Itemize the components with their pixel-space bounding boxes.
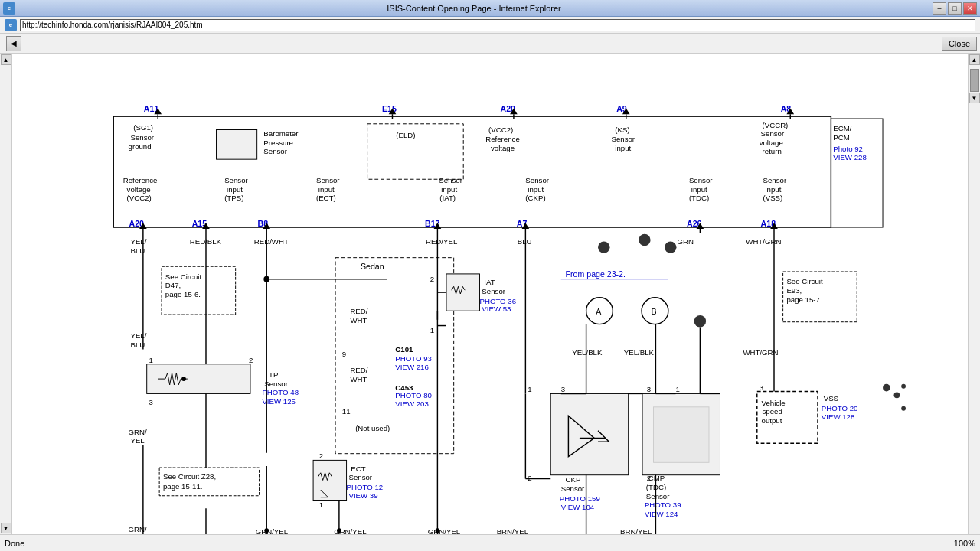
svg-text:(SG1): (SG1) <box>133 123 153 132</box>
svg-point-132 <box>263 276 270 282</box>
svg-text:(VSS): (VSS) <box>763 194 783 202</box>
svg-text:input: input <box>227 185 243 194</box>
svg-text:1: 1 <box>676 385 680 393</box>
svg-text:voltage: voltage <box>491 144 514 152</box>
svg-text:A: A <box>596 307 602 316</box>
svg-text:Vehicle: Vehicle <box>762 399 786 407</box>
svg-text:Sensor: Sensor <box>263 147 287 155</box>
address-input[interactable] <box>20 19 975 31</box>
svg-text:speed: speed <box>763 407 782 416</box>
svg-text:PCM: PCM <box>833 133 849 142</box>
svg-text:E93,: E93, <box>786 286 802 295</box>
svg-point-164 <box>694 315 706 327</box>
svg-text:(ELD): (ELD) <box>396 131 415 139</box>
right-scrollbar[interactable]: ▲ ▼ <box>968 54 980 534</box>
svg-text:WHT/GRN: WHT/GRN <box>746 237 781 246</box>
minimize-button[interactable]: – <box>933 2 946 15</box>
svg-text:VIEW 216: VIEW 216 <box>395 363 428 371</box>
svg-point-96 <box>639 234 650 246</box>
svg-text:See Circuit Z28,: See Circuit Z28, <box>163 473 216 481</box>
svg-text:(IAT): (IAT) <box>439 194 456 202</box>
svg-text:From page 23-2.: From page 23-2. <box>566 269 626 279</box>
svg-text:(TPS): (TPS) <box>224 194 243 202</box>
left-scrollbar[interactable]: ▲ ▼ <box>0 54 12 534</box>
svg-text:Sensor: Sensor <box>130 133 154 142</box>
svg-text:PHOTO 39: PHOTO 39 <box>645 500 681 509</box>
svg-point-198 <box>894 392 900 398</box>
svg-text:2: 2 <box>430 275 434 283</box>
svg-text:PHOTO 48: PHOTO 48 <box>262 388 299 396</box>
svg-text:YEL/: YEL/ <box>130 237 146 246</box>
svg-text:WHT/GRN: WHT/GRN <box>743 348 778 357</box>
svg-text:PHOTO 80: PHOTO 80 <box>395 391 432 399</box>
svg-text:Sensor: Sensor <box>763 176 787 184</box>
svg-text:GRN/YEL: GRN/YEL <box>428 527 461 534</box>
svg-text:1: 1 <box>149 356 153 364</box>
svg-text:PHOTO 12: PHOTO 12 <box>347 483 384 491</box>
svg-text:9: 9 <box>342 350 346 358</box>
svg-text:output: output <box>762 416 782 425</box>
svg-text:Sensor: Sensor <box>561 484 585 493</box>
status-bar: Done 100% <box>0 534 980 551</box>
svg-text:C453: C453 <box>395 383 413 392</box>
window-close-button[interactable]: ✕ <box>963 2 977 15</box>
svg-text:input: input <box>528 185 544 194</box>
svg-text:See Circuit: See Circuit <box>165 272 202 281</box>
svg-text:BRN/YEL: BRN/YEL <box>497 527 529 534</box>
svg-text:GRN: GRN <box>677 237 693 246</box>
svg-text:PHOTO 20: PHOTO 20 <box>822 404 858 412</box>
svg-text:TP: TP <box>269 370 278 379</box>
scroll-left-button[interactable]: ◀ <box>6 36 21 51</box>
maximize-button[interactable]: □ <box>948 2 962 15</box>
svg-text:GRN/: GRN/ <box>129 428 147 436</box>
svg-text:Sedan: Sedan <box>361 262 384 271</box>
svg-text:input: input <box>765 185 781 194</box>
svg-text:Sensor: Sensor <box>439 176 462 184</box>
svg-rect-180 <box>654 407 709 462</box>
svg-text:Pressure: Pressure <box>263 139 293 147</box>
svg-text:2: 2 <box>319 452 323 460</box>
svg-text:input: input <box>615 144 631 152</box>
svg-text:GRN/: GRN/ <box>129 525 147 533</box>
svg-text:(VCC2): (VCC2) <box>127 194 152 202</box>
svg-point-216 <box>436 528 440 533</box>
svg-text:1: 1 <box>528 385 531 393</box>
svg-point-214 <box>337 528 341 533</box>
main-content: ▲ ▼ ECM/ PCM Photo 92 VIEW 228 (ELD) A11… <box>0 54 980 534</box>
svg-rect-26 <box>217 130 257 160</box>
svg-text:Barometer: Barometer <box>263 129 299 138</box>
svg-text:RED/: RED/ <box>350 366 368 374</box>
svg-text:D47,: D47, <box>165 281 181 289</box>
svg-text:YEL/BLK: YEL/BLK <box>572 348 603 357</box>
svg-text:PHOTO 36: PHOTO 36 <box>479 297 516 305</box>
svg-rect-111 <box>446 274 479 311</box>
svg-text:Reference: Reference <box>123 176 158 184</box>
svg-text:2: 2 <box>249 356 253 364</box>
svg-text:BLU: BLU <box>130 341 145 349</box>
svg-text:3: 3 <box>561 385 565 393</box>
svg-text:(ECT): (ECT) <box>316 194 336 202</box>
svg-text:input: input <box>691 185 707 194</box>
svg-text:PHOTO 93: PHOTO 93 <box>395 354 432 363</box>
svg-text:(KS): (KS) <box>615 126 629 134</box>
svg-text:3: 3 <box>647 385 651 393</box>
svg-text:return: return <box>763 147 782 155</box>
svg-text:input: input <box>441 185 457 194</box>
svg-text:1: 1 <box>319 500 323 509</box>
svg-text:Sensor: Sensor <box>525 176 549 184</box>
svg-text:Sensor: Sensor <box>482 287 505 295</box>
svg-text:PHOTO 159: PHOTO 159 <box>560 494 600 503</box>
svg-text:VIEW 53: VIEW 53 <box>482 305 511 313</box>
svg-text:YEL/: YEL/ <box>130 331 146 340</box>
svg-text:YEL/BLK: YEL/BLK <box>624 348 655 357</box>
svg-text:YEL: YEL <box>130 436 145 445</box>
svg-text:2: 2 <box>647 474 651 482</box>
svg-point-97 <box>665 241 676 253</box>
close-button[interactable]: Close <box>942 37 977 51</box>
svg-text:B: B <box>652 307 657 316</box>
svg-text:VIEW 228: VIEW 228 <box>833 153 866 161</box>
svg-text:ECT: ECT <box>351 465 365 473</box>
svg-text:page 15-7.: page 15-7. <box>786 295 822 304</box>
svg-text:Sensor: Sensor <box>224 176 248 184</box>
svg-point-200 <box>901 406 906 411</box>
